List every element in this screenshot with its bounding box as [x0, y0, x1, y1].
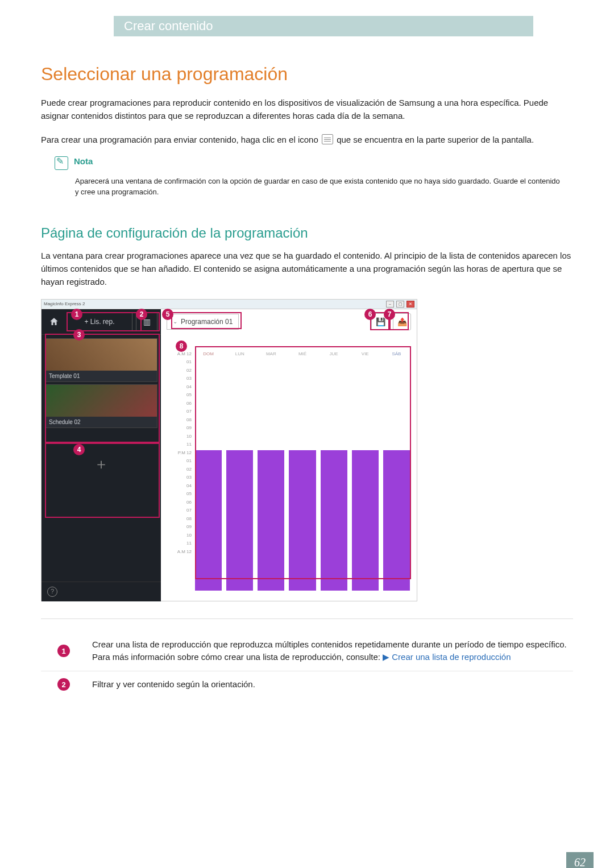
calendar-icon [322, 134, 333, 144]
day-column[interactable]: MAR [256, 351, 285, 596]
callout-6: 6 [364, 309, 376, 320]
day-slot [288, 362, 317, 596]
time-label: 11 [167, 541, 192, 549]
day-columns: DOMLUNMARMIÉJUEVIESÁB [194, 351, 411, 596]
time-label: 01 [167, 458, 192, 467]
legend-badge-1: 1 [57, 645, 70, 657]
callout-5: 5 [162, 309, 173, 320]
schedule-grid: A.M 120102030405060708091011P.M 12010203… [161, 334, 417, 601]
heading-main: Seleccionar una programación [41, 64, 573, 85]
intro-paragraph-1: Puede crear programaciones para reproduc… [41, 96, 573, 123]
time-label: 04 [167, 483, 192, 492]
time-label: 02 [167, 467, 192, 475]
send-button[interactable]: 📤 [393, 313, 411, 330]
send-icon: 📤 [397, 317, 407, 326]
day-header: VIE [351, 351, 380, 362]
time-label: 08 [167, 417, 192, 426]
help-icon: ? [47, 587, 57, 597]
home-button[interactable] [42, 309, 67, 334]
time-label: 06 [167, 500, 192, 508]
window-close-icon[interactable]: ✕ [406, 301, 414, 308]
section-paragraph: La ventana para crear programaciones apa… [41, 249, 573, 289]
time-label: P.M 12 [167, 450, 192, 459]
day-slot [320, 362, 349, 596]
legend-badge-2: 2 [57, 678, 70, 691]
time-label: 06 [167, 401, 192, 409]
schedule-bar[interactable] [258, 450, 284, 591]
chevron-down-icon: ⌄ [173, 318, 177, 325]
schedule-bar[interactable] [383, 450, 410, 591]
time-label: 03 [167, 475, 192, 483]
day-header: DOM [194, 351, 223, 362]
section-divider [41, 618, 573, 619]
page-number: 62 [566, 852, 594, 868]
time-label: 02 [167, 368, 192, 376]
note-body: Aparecerá una ventana de confirmación co… [75, 176, 564, 198]
app-window-title: MagicInfo Express 2 [44, 301, 85, 306]
schedule-bar[interactable] [352, 450, 379, 591]
time-axis: A.M 120102030405060708091011P.M 12010203… [167, 351, 194, 596]
intro-paragraph-2: Para crear una programación para enviar … [41, 133, 573, 146]
day-column[interactable]: MIÉ [288, 351, 317, 596]
day-column[interactable]: SÁB [382, 351, 411, 596]
content-list: Template 01 Schedule 02 [42, 334, 161, 431]
app-main-pane: ⌄ Programación 01 💾 📤 A.M 12010203040506… [161, 309, 417, 601]
pencil-note-icon [55, 156, 68, 170]
note-label: Nota [74, 156, 93, 170]
day-column[interactable]: VIE [351, 351, 380, 596]
time-label: 07 [167, 409, 192, 417]
callout-legend-table: 1 Crear una lista de reproducción que re… [41, 632, 573, 698]
day-header: MAR [256, 351, 285, 362]
heading-sub: Página de configuración de la programaci… [41, 225, 573, 241]
app-screenshot: 1 2 3 4 5 6 7 8 MagicInfo Express 2 – ▢ … [41, 299, 417, 601]
schedule-name: Programación 01 [181, 318, 233, 326]
schedule-bar[interactable] [321, 450, 347, 591]
content-card-1[interactable]: Template 01 [45, 338, 157, 382]
window-titlebar: MagicInfo Express 2 – ▢ ✕ [42, 300, 417, 309]
time-label: 09 [167, 524, 192, 533]
callout-7: 7 [384, 309, 395, 320]
time-label: 04 [167, 384, 192, 393]
legend-row-1: Crear una lista de reproducción que repr… [86, 632, 573, 671]
callout-3: 3 [73, 329, 85, 340]
help-button[interactable]: ? [42, 582, 161, 601]
time-label: 10 [167, 434, 192, 442]
add-content-cell[interactable]: ＋ [42, 431, 161, 582]
callout-8: 8 [176, 340, 187, 352]
schedule-bar[interactable] [226, 450, 253, 591]
note-header: Nota [55, 156, 573, 170]
day-header: MIÉ [288, 351, 317, 362]
time-label: 01 [167, 359, 192, 368]
time-label: 09 [167, 425, 192, 434]
day-header: JUE [320, 351, 349, 362]
link-create-playlist[interactable]: ▶ Crear una lista de reproducción [383, 652, 511, 662]
window-maximize-icon[interactable]: ▢ [396, 301, 404, 308]
day-slot [225, 362, 254, 596]
day-header: LUN [225, 351, 254, 362]
thumbnail-2 [45, 385, 157, 417]
time-label: 05 [167, 392, 192, 401]
time-label: 10 [167, 533, 192, 541]
day-column[interactable]: DOM [194, 351, 223, 596]
app-sidebar: + Lis. rep. ▥ Template 01 Schedule 02 [42, 309, 161, 601]
plus-icon: ＋ [94, 454, 109, 474]
schedule-bar[interactable] [289, 450, 316, 591]
breadcrumb-bar: Crear contenido [114, 16, 533, 36]
time-label: 11 [167, 442, 192, 450]
callout-2: 2 [136, 309, 147, 320]
schedule-bar[interactable] [195, 450, 222, 591]
thumbnail-1 [45, 339, 157, 371]
time-label: A.M 12 [167, 549, 192, 558]
window-minimize-icon[interactable]: – [386, 301, 394, 308]
time-label: A.M 12 [167, 351, 192, 360]
content-card-2[interactable]: Schedule 02 [45, 384, 157, 428]
save-icon: 💾 [376, 317, 385, 326]
legend-row-2: Filtrar y ver contenido según la orienta… [86, 671, 573, 697]
breadcrumb: Crear contenido [124, 19, 213, 34]
schedule-name-selector[interactable]: ⌄ Programación 01 [167, 314, 239, 330]
day-column[interactable]: LUN [225, 351, 254, 596]
callout-1: 1 [71, 309, 82, 320]
day-column[interactable]: JUE [320, 351, 349, 596]
content-card-1-label: Template 01 [45, 371, 157, 381]
content-card-2-label: Schedule 02 [45, 417, 157, 427]
